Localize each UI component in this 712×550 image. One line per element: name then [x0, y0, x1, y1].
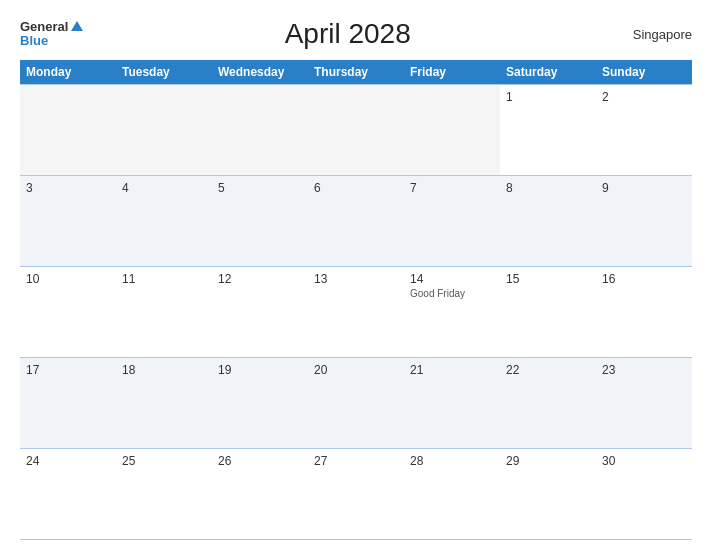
col-thursday: Thursday [308, 60, 404, 84]
day-1: 1 [506, 90, 590, 104]
day-30: 30 [602, 454, 686, 468]
col-saturday: Saturday [500, 60, 596, 84]
holiday-good-friday: Good Friday [410, 288, 494, 299]
cell-w1-sun: 2 [596, 85, 692, 175]
page: General Blue April 2028 Singapore Monday… [0, 0, 712, 550]
calendar-header: Monday Tuesday Wednesday Thursday Friday… [20, 60, 692, 84]
cell-w4-mon: 17 [20, 358, 116, 448]
day-15: 15 [506, 272, 590, 286]
calendar: Monday Tuesday Wednesday Thursday Friday… [20, 60, 692, 540]
cell-w2-mon: 3 [20, 176, 116, 266]
col-wednesday: Wednesday [212, 60, 308, 84]
day-11: 11 [122, 272, 206, 286]
cell-w5-wed: 26 [212, 449, 308, 539]
week-5: 24 25 26 27 28 29 30 [20, 449, 692, 540]
cell-w3-sun: 16 [596, 267, 692, 357]
cell-w4-thu: 20 [308, 358, 404, 448]
cell-w3-mon: 10 [20, 267, 116, 357]
cell-w4-fri: 21 [404, 358, 500, 448]
cell-w4-wed: 19 [212, 358, 308, 448]
cell-w4-sun: 23 [596, 358, 692, 448]
col-monday: Monday [20, 60, 116, 84]
cell-w5-fri: 28 [404, 449, 500, 539]
cell-w1-wed [212, 85, 308, 175]
day-16: 16 [602, 272, 686, 286]
day-13: 13 [314, 272, 398, 286]
cell-w5-thu: 27 [308, 449, 404, 539]
logo-general-text: General [20, 19, 68, 34]
calendar-body: 1 2 3 4 5 6 [20, 84, 692, 540]
cell-w2-tue: 4 [116, 176, 212, 266]
day-19: 19 [218, 363, 302, 377]
day-17: 17 [26, 363, 110, 377]
cell-w2-fri: 7 [404, 176, 500, 266]
cell-w2-thu: 6 [308, 176, 404, 266]
cell-w5-tue: 25 [116, 449, 212, 539]
week-4: 17 18 19 20 21 22 23 [20, 358, 692, 449]
header: General Blue April 2028 Singapore [20, 18, 692, 50]
cell-w3-tue: 11 [116, 267, 212, 357]
cell-w5-mon: 24 [20, 449, 116, 539]
day-2: 2 [602, 90, 686, 104]
cell-w4-sat: 22 [500, 358, 596, 448]
day-10: 10 [26, 272, 110, 286]
cell-w1-mon [20, 85, 116, 175]
cell-w4-tue: 18 [116, 358, 212, 448]
logo-triangle-icon [71, 21, 83, 31]
day-23: 23 [602, 363, 686, 377]
week-3: 10 11 12 13 14 Good Friday 15 [20, 267, 692, 358]
day-26: 26 [218, 454, 302, 468]
day-6: 6 [314, 181, 398, 195]
day-27: 27 [314, 454, 398, 468]
logo-blue-text: Blue [20, 34, 83, 48]
cell-w2-sat: 8 [500, 176, 596, 266]
week-1: 1 2 [20, 84, 692, 176]
day-21: 21 [410, 363, 494, 377]
cell-w2-sun: 9 [596, 176, 692, 266]
col-tuesday: Tuesday [116, 60, 212, 84]
country-label: Singapore [612, 27, 692, 42]
day-14: 14 [410, 272, 494, 286]
cell-w3-fri: 14 Good Friday [404, 267, 500, 357]
cell-w1-fri [404, 85, 500, 175]
day-29: 29 [506, 454, 590, 468]
cell-w1-tue [116, 85, 212, 175]
day-20: 20 [314, 363, 398, 377]
day-28: 28 [410, 454, 494, 468]
col-friday: Friday [404, 60, 500, 84]
day-7: 7 [410, 181, 494, 195]
cell-w1-thu [308, 85, 404, 175]
day-18: 18 [122, 363, 206, 377]
calendar-title: April 2028 [83, 18, 612, 50]
day-25: 25 [122, 454, 206, 468]
day-9: 9 [602, 181, 686, 195]
cell-w5-sun: 30 [596, 449, 692, 539]
day-22: 22 [506, 363, 590, 377]
day-5: 5 [218, 181, 302, 195]
cell-w3-wed: 12 [212, 267, 308, 357]
cell-w2-wed: 5 [212, 176, 308, 266]
day-4: 4 [122, 181, 206, 195]
col-sunday: Sunday [596, 60, 692, 84]
day-12: 12 [218, 272, 302, 286]
week-2: 3 4 5 6 7 8 9 [20, 176, 692, 267]
cell-w5-sat: 29 [500, 449, 596, 539]
cell-w3-sat: 15 [500, 267, 596, 357]
day-8: 8 [506, 181, 590, 195]
day-24: 24 [26, 454, 110, 468]
logo: General Blue [20, 20, 83, 49]
cell-w3-thu: 13 [308, 267, 404, 357]
day-3: 3 [26, 181, 110, 195]
cell-w1-sat: 1 [500, 85, 596, 175]
